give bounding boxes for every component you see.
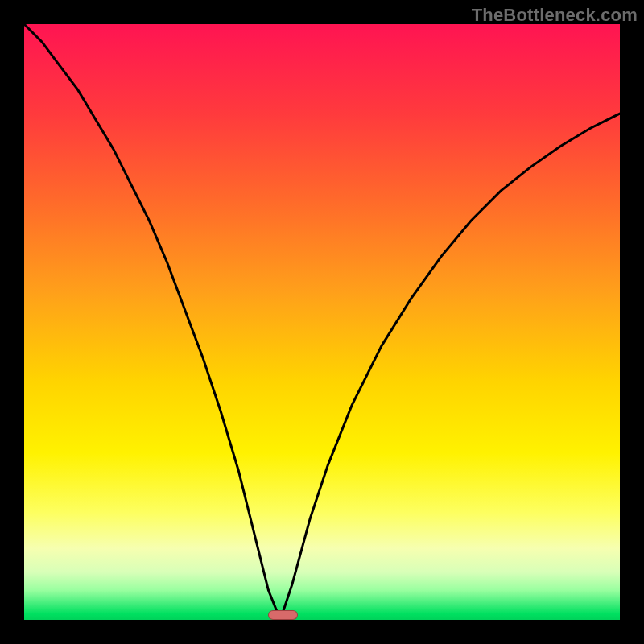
bottleneck-curve — [24, 24, 620, 620]
watermark-text: TheBottleneck.com — [472, 5, 638, 26]
plot-area — [24, 24, 620, 620]
optimal-marker — [268, 610, 298, 620]
chart-frame: TheBottleneck.com — [0, 0, 644, 644]
